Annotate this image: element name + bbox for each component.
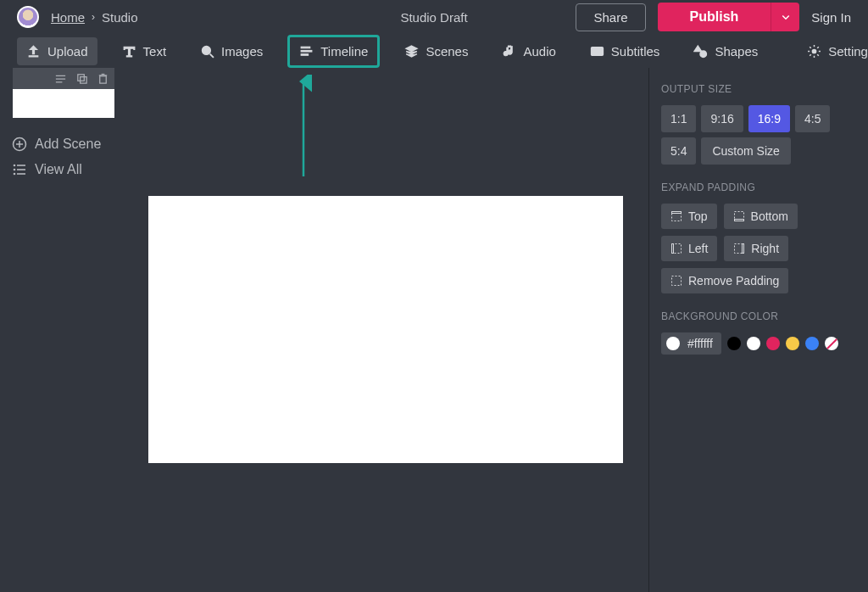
tool-shapes[interactable]: Shapes xyxy=(684,37,767,65)
tool-label: Subtitles xyxy=(611,44,660,59)
bg-color-heading: BACKGROUND COLOR xyxy=(661,310,856,322)
duplicate-icon[interactable] xyxy=(75,72,88,85)
svg-point-23 xyxy=(14,165,16,167)
chevron-down-icon xyxy=(781,12,791,22)
swatch-pink[interactable] xyxy=(766,337,780,350)
svg-rect-14 xyxy=(56,81,63,82)
tool-audio[interactable]: Audio xyxy=(492,37,565,65)
subtitles-icon xyxy=(590,44,604,59)
scene-item-toolbar xyxy=(13,68,114,89)
ratio-5-4[interactable]: 5:4 xyxy=(661,137,696,165)
custom-size-button[interactable]: Custom Size xyxy=(701,137,790,165)
svg-rect-36 xyxy=(743,244,744,254)
padding-buttons: Top Bottom Left Right Remove Padding xyxy=(661,204,856,293)
project-title[interactable]: Studio Draft xyxy=(400,10,467,25)
top-bar: Home › Studio Studio Draft Share Publish… xyxy=(0,0,868,34)
tool-scenes[interactable]: Scenes xyxy=(395,37,477,65)
canvas[interactable] xyxy=(148,196,623,463)
svg-rect-28 xyxy=(17,173,25,175)
tool-subtitles[interactable]: Subtitles xyxy=(581,37,670,65)
pad-right[interactable]: Right xyxy=(724,236,788,261)
svg-rect-6 xyxy=(591,47,603,55)
pad-left-icon xyxy=(670,243,682,254)
breadcrumb-separator: › xyxy=(92,11,95,23)
add-scene-button[interactable]: Add Scene xyxy=(0,131,123,157)
hex-color-chip[interactable]: #ffffff xyxy=(661,332,721,355)
music-note-icon xyxy=(502,44,516,59)
pad-bottom[interactable]: Bottom xyxy=(724,204,798,229)
tool-label: Settings xyxy=(828,44,868,59)
pad-bottom-icon xyxy=(733,210,745,222)
trash-icon[interactable] xyxy=(97,72,109,85)
swatch-black[interactable] xyxy=(727,337,741,350)
reorder-icon[interactable] xyxy=(54,72,67,85)
pad-label: Bottom xyxy=(751,209,788,223)
shapes-icon xyxy=(693,44,708,59)
tool-timeline[interactable]: Timeline xyxy=(287,35,380,68)
tool-upload[interactable]: Upload xyxy=(17,37,97,65)
ratio-9-16[interactable]: 9:16 xyxy=(701,105,743,132)
svg-line-1 xyxy=(210,53,214,57)
breadcrumb-home[interactable]: Home xyxy=(51,10,85,25)
output-size-heading: OUTPUT SIZE xyxy=(661,83,856,95)
svg-rect-15 xyxy=(78,75,85,81)
current-color-dot xyxy=(666,337,680,350)
plus-circle-icon xyxy=(12,137,27,152)
ratio-16-9[interactable]: 16:9 xyxy=(748,105,790,132)
scene-item[interactable] xyxy=(13,68,114,118)
pad-top[interactable]: Top xyxy=(661,204,717,229)
svg-rect-12 xyxy=(56,75,65,76)
view-all-button[interactable]: View All xyxy=(0,157,123,182)
tool-settings[interactable]: Settings xyxy=(798,37,868,65)
pad-remove-icon xyxy=(670,275,682,287)
hex-value: #ffffff xyxy=(687,337,713,350)
svg-point-11 xyxy=(813,49,816,53)
publish-dropdown[interactable] xyxy=(771,3,799,31)
svg-rect-24 xyxy=(17,165,25,166)
tool-label: Images xyxy=(221,44,263,59)
search-icon xyxy=(200,44,214,59)
swatch-yellow[interactable] xyxy=(786,337,799,350)
breadcrumb-current: Studio xyxy=(102,10,138,25)
avatar[interactable] xyxy=(17,6,39,28)
timeline-icon xyxy=(299,44,314,59)
scene-thumbnail[interactable] xyxy=(13,89,114,118)
svg-point-25 xyxy=(14,169,16,171)
tool-label: Scenes xyxy=(426,44,468,59)
swatch-none[interactable] xyxy=(825,337,838,350)
pad-label: Remove Padding xyxy=(688,274,779,288)
svg-rect-7 xyxy=(593,52,597,53)
publish-button[interactable]: Publish xyxy=(658,3,771,31)
pad-label: Right xyxy=(751,242,779,255)
layers-icon xyxy=(404,44,419,59)
properties-panel: OUTPUT SIZE 1:1 9:16 16:9 4:5 5:4 Custom… xyxy=(649,68,868,592)
pad-left[interactable]: Left xyxy=(661,236,717,261)
color-picker-row: #ffffff xyxy=(661,332,856,355)
sign-in-link[interactable]: Sign In xyxy=(811,10,851,25)
pad-label: Top xyxy=(688,209,708,223)
tool-label: Shapes xyxy=(715,44,758,59)
add-scene-label: Add Scene xyxy=(35,137,101,152)
svg-rect-8 xyxy=(598,52,601,53)
sidebar-left: Add Scene View All xyxy=(0,68,123,592)
content-area: Add Scene View All OUTPUT SIZE 1:1 9:16 … xyxy=(0,68,868,592)
gear-icon xyxy=(807,44,821,59)
swatch-blue[interactable] xyxy=(805,337,819,350)
pad-remove[interactable]: Remove Padding xyxy=(661,268,788,293)
ratio-1-1[interactable]: 1:1 xyxy=(661,105,696,132)
tool-images[interactable]: Images xyxy=(191,37,272,65)
tool-text[interactable]: Text xyxy=(113,37,176,65)
svg-rect-3 xyxy=(301,50,312,52)
expand-padding-heading: EXPAND PADDING xyxy=(661,182,856,193)
toolbar: Upload Text Images Timeline Scenes Audio… xyxy=(0,34,868,68)
ratio-4-5[interactable]: 4:5 xyxy=(795,105,830,132)
svg-marker-9 xyxy=(694,46,702,51)
canvas-area xyxy=(123,68,649,592)
svg-rect-19 xyxy=(102,74,105,75)
aspect-ratio-list: 1:1 9:16 16:9 4:5 5:4 Custom Size xyxy=(661,105,856,165)
upload-icon xyxy=(26,44,41,59)
swatch-white[interactable] xyxy=(747,337,760,350)
share-button[interactable]: Share xyxy=(576,3,645,31)
svg-rect-17 xyxy=(100,76,107,83)
svg-point-27 xyxy=(14,173,16,176)
